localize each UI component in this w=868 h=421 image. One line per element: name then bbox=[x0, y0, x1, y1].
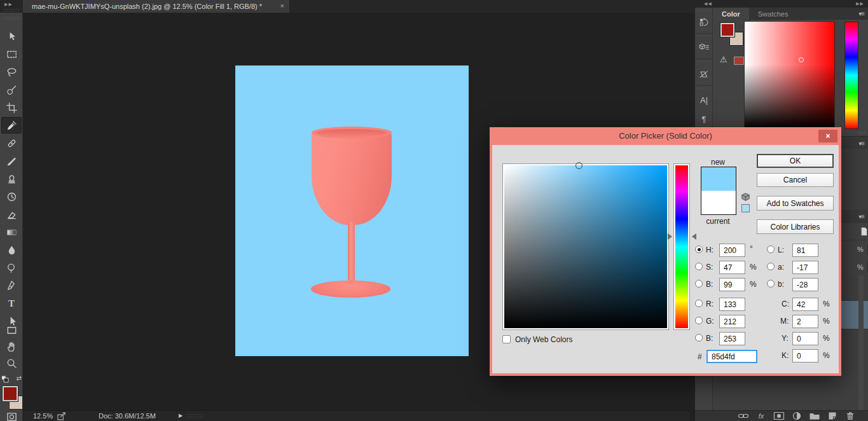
saturation-brightness-field[interactable] bbox=[502, 163, 669, 330]
zoom-tool[interactable] bbox=[1, 355, 22, 371]
hex-field[interactable] bbox=[706, 350, 757, 363]
panel-menu-icon[interactable]: ▾≡ bbox=[858, 140, 864, 147]
crop-tool[interactable] bbox=[1, 99, 22, 116]
quick-mask-mode-button[interactable] bbox=[1, 411, 22, 421]
gamut-warning-swatch[interactable] bbox=[734, 57, 744, 65]
info-panel-icon[interactable] bbox=[695, 66, 713, 83]
history-brush-tool[interactable] bbox=[1, 188, 22, 205]
toolbar-collapse-icon[interactable]: ▶▶ bbox=[4, 2, 13, 7]
r-field[interactable] bbox=[719, 298, 745, 311]
add-to-swatches-button[interactable]: Add to Swatches bbox=[757, 196, 834, 210]
new-layer-icon[interactable] bbox=[823, 411, 841, 421]
color-field-marker[interactable] bbox=[575, 162, 582, 169]
web-safe-color-swatch[interactable] bbox=[741, 204, 750, 212]
quick-selection-tool[interactable] bbox=[1, 81, 22, 98]
dialog-title-bar[interactable]: Color Picker (Solid Color) × bbox=[490, 127, 841, 145]
panel-foreground-swatch[interactable] bbox=[720, 23, 734, 37]
rectangle-tool[interactable] bbox=[1, 322, 22, 338]
blur-tool[interactable] bbox=[1, 242, 22, 258]
b2-field[interactable] bbox=[719, 332, 745, 345]
default-and-swap-colors[interactable]: ⇄ bbox=[1, 375, 22, 385]
share-export-icon[interactable] bbox=[57, 411, 67, 421]
web-safe-cube-icon[interactable] bbox=[740, 192, 751, 205]
dock-grip[interactable] bbox=[697, 60, 711, 63]
l-radio[interactable] bbox=[767, 245, 775, 253]
adjustment-layer-icon[interactable] bbox=[788, 411, 806, 421]
color-panel-spectrum-ramp[interactable] bbox=[844, 22, 858, 129]
pen-tool[interactable] bbox=[1, 277, 22, 294]
rectangular-marquee-tool[interactable] bbox=[1, 46, 22, 62]
k-field[interactable] bbox=[792, 349, 818, 362]
new-group-icon[interactable] bbox=[806, 411, 823, 421]
hue-slider-left-arrow[interactable] bbox=[668, 233, 672, 240]
eraser-tool[interactable] bbox=[1, 206, 22, 223]
foreground-color-swatch[interactable] bbox=[3, 386, 18, 401]
swap-colors-icon[interactable]: ⇄ bbox=[17, 375, 22, 382]
a-radio[interactable] bbox=[767, 263, 775, 270]
eyedropper-tool[interactable] bbox=[1, 117, 22, 134]
dock-grip[interactable] bbox=[697, 87, 711, 90]
hue-slider[interactable] bbox=[673, 163, 690, 330]
properties-panel-icon[interactable] bbox=[695, 39, 713, 56]
dock-collapse-icon[interactable]: ◀◀ bbox=[704, 1, 712, 6]
zoom-level-field[interactable]: 12.5% bbox=[33, 412, 53, 420]
dock-grip[interactable] bbox=[697, 10, 711, 12]
panel-resize-grip[interactable] bbox=[858, 131, 865, 135]
document-tab-close-icon[interactable]: × bbox=[280, 2, 284, 10]
color-panel-menu-icon[interactable]: ▾≡ bbox=[858, 10, 864, 17]
h-radio[interactable] bbox=[695, 245, 703, 253]
delete-layer-icon[interactable] bbox=[841, 411, 859, 421]
canvas-document[interactable] bbox=[235, 66, 469, 356]
status-expand-icon[interactable]: ▶ bbox=[179, 413, 183, 418]
s-radio[interactable] bbox=[695, 263, 703, 270]
layers-scrollbar[interactable] bbox=[858, 275, 864, 410]
tab-swatches[interactable]: Swatches bbox=[749, 8, 797, 20]
link-layers-icon[interactable] bbox=[734, 411, 752, 421]
b-radio[interactable] bbox=[695, 280, 703, 287]
b3-radio[interactable] bbox=[767, 280, 775, 287]
tab-color[interactable]: Color bbox=[713, 8, 749, 20]
hand-tool[interactable] bbox=[1, 338, 22, 355]
only-web-colors-checkbox[interactable] bbox=[502, 335, 511, 343]
color-libraries-button[interactable]: Color Libraries bbox=[757, 219, 834, 234]
h-field[interactable] bbox=[719, 244, 745, 257]
toolbar-grip[interactable] bbox=[3, 8, 19, 11]
dock-grip[interactable] bbox=[697, 35, 711, 38]
move-tool[interactable] bbox=[1, 28, 22, 45]
brush-tool[interactable] bbox=[1, 153, 22, 169]
add-layer-mask-icon[interactable] bbox=[770, 411, 788, 421]
color-panel-gradient-field[interactable] bbox=[744, 21, 835, 129]
l-field[interactable] bbox=[792, 244, 818, 257]
document-tab[interactable]: mae-mu-GnWKTJIMYsQ-unsplash (2).jpg @ 12… bbox=[23, 0, 290, 13]
filter-pixel-layers-icon[interactable] bbox=[860, 226, 868, 239]
lasso-tool[interactable] bbox=[1, 64, 22, 80]
dialog-close-button[interactable]: × bbox=[818, 130, 837, 142]
spot-healing-brush-tool[interactable] bbox=[1, 135, 22, 151]
type-tool[interactable]: T bbox=[1, 295, 22, 312]
dodge-tool[interactable] bbox=[1, 259, 22, 276]
hue-slider-right-arrow[interactable] bbox=[692, 233, 696, 240]
b2-radio[interactable] bbox=[695, 334, 703, 342]
b3-field[interactable] bbox=[792, 278, 818, 291]
dock-expand-icon[interactable]: ▶▶ bbox=[856, 1, 864, 6]
b-field[interactable] bbox=[719, 278, 745, 291]
ok-button[interactable]: OK bbox=[757, 154, 834, 168]
r-radio[interactable] bbox=[695, 300, 703, 307]
a-field[interactable] bbox=[792, 261, 818, 274]
clone-stamp-tool[interactable] bbox=[1, 170, 22, 187]
gradient-tool[interactable] bbox=[1, 224, 22, 240]
tools-panel-grip[interactable] bbox=[3, 17, 20, 20]
color-panel-gradient-marker[interactable] bbox=[799, 57, 804, 62]
g-radio[interactable] bbox=[695, 317, 703, 324]
history-panel-icon[interactable] bbox=[695, 14, 713, 31]
m-field[interactable] bbox=[792, 315, 818, 328]
character-panel-icon[interactable]: A| bbox=[695, 92, 713, 108]
layer-styles-icon[interactable]: fx bbox=[752, 411, 770, 421]
layers-panel-menu-icon[interactable]: ▾≡ bbox=[858, 213, 864, 220]
c-field[interactable] bbox=[792, 298, 818, 311]
gamut-warning-icon[interactable]: ⚠ bbox=[720, 55, 727, 64]
y-field[interactable] bbox=[792, 332, 818, 345]
paragraph-panel-icon[interactable]: ¶ bbox=[695, 111, 713, 127]
cancel-button[interactable]: Cancel bbox=[757, 173, 834, 187]
s-field[interactable] bbox=[719, 261, 745, 274]
